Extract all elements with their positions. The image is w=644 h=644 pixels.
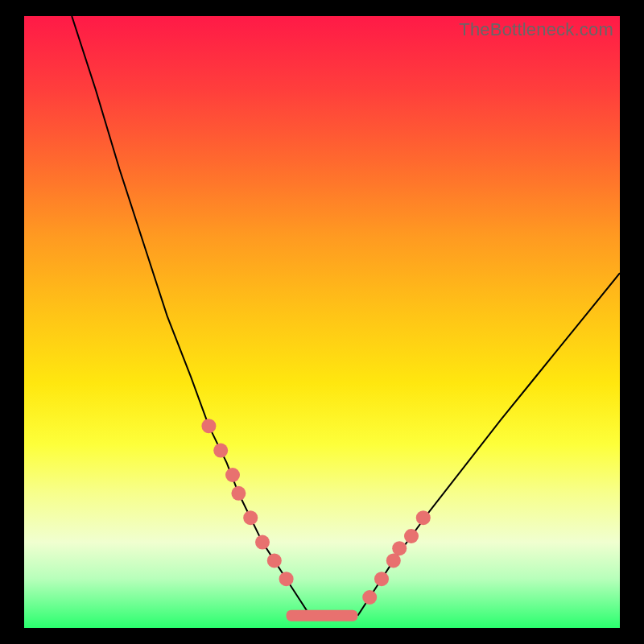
chart-frame: TheBottleneck.com [0,0,644,644]
marker-dot [201,419,216,433]
marker-dot [243,510,258,525]
marker-dot [213,444,228,458]
marker-dot [392,541,407,555]
curve-layer [24,16,620,628]
left-curve [72,16,310,616]
markers-left [201,419,293,586]
marker-dot [267,553,282,568]
marker-dot [362,590,377,605]
marker-dot [374,572,389,586]
marker-dot [404,529,419,543]
marker-dot [255,535,270,550]
marker-dot [231,486,246,501]
marker-dot [225,468,240,482]
plot-area: TheBottleneck.com [24,16,620,628]
marker-dot [416,510,431,525]
marker-dot [279,572,294,586]
floor-band [287,610,358,621]
